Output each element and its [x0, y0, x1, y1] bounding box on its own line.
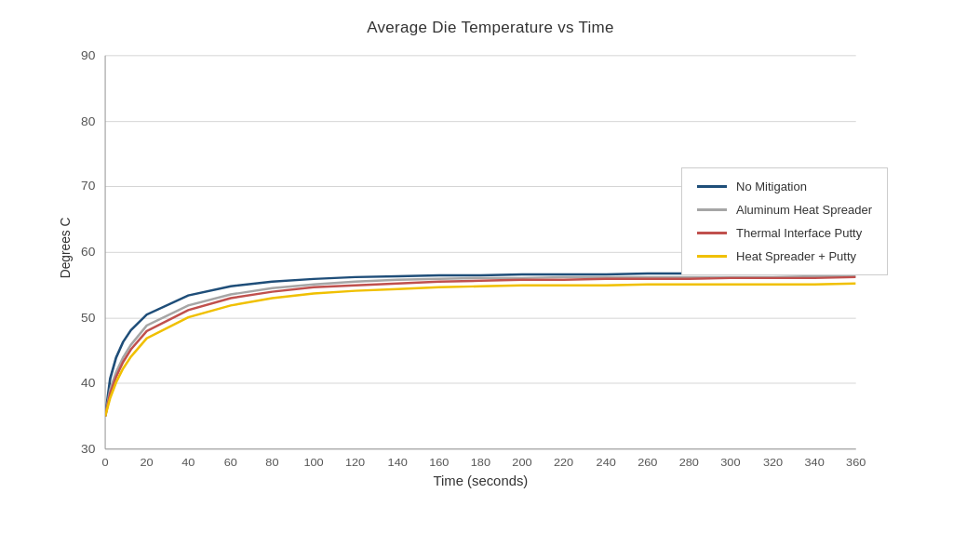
- aluminum-heat-spreader-curve: [105, 276, 856, 417]
- legend-box: No Mitigation Aluminum Heat Spreader The…: [681, 167, 888, 275]
- legend-item-spreader-putty: Heat Spreader + Putty: [697, 249, 872, 263]
- heat-spreader-putty-curve: [105, 284, 856, 417]
- chart-container: Average Die Temperature vs Time: [0, 0, 953, 560]
- svg-text:120: 120: [345, 456, 365, 468]
- legend-line-aluminum: [697, 208, 727, 211]
- svg-text:30: 30: [81, 442, 95, 455]
- svg-text:0: 0: [102, 456, 109, 468]
- legend-line-putty: [697, 232, 727, 234]
- legend-item-putty: Thermal Interface Putty: [697, 226, 872, 240]
- svg-text:360: 360: [846, 456, 866, 468]
- svg-text:80: 80: [81, 114, 95, 127]
- chart-title: Average Die Temperature vs Time: [56, 19, 925, 37]
- legend-line-no-mitigation: [697, 185, 727, 188]
- svg-text:260: 260: [638, 456, 657, 468]
- legend-item-no-mitigation: No Mitigation: [697, 180, 872, 193]
- svg-text:320: 320: [763, 456, 783, 468]
- svg-text:90: 90: [81, 48, 95, 61]
- svg-text:60: 60: [224, 456, 237, 468]
- legend-label-putty: Thermal Interface Putty: [736, 226, 862, 240]
- svg-text:280: 280: [679, 456, 699, 468]
- svg-text:20: 20: [141, 456, 154, 468]
- svg-text:Time (seconds): Time (seconds): [434, 474, 529, 488]
- svg-text:300: 300: [720, 456, 740, 468]
- svg-text:240: 240: [597, 456, 616, 468]
- chart-area: 30 40 50 60 70 80 90 0 20 40 60 80 100 1…: [56, 47, 925, 495]
- svg-text:80: 80: [265, 456, 278, 468]
- svg-text:Degrees C: Degrees C: [57, 218, 73, 279]
- svg-text:180: 180: [471, 456, 490, 468]
- svg-text:160: 160: [429, 456, 449, 468]
- svg-text:140: 140: [388, 456, 408, 468]
- svg-text:60: 60: [81, 246, 95, 259]
- svg-text:70: 70: [81, 180, 95, 193]
- svg-text:100: 100: [303, 456, 323, 468]
- legend-label-aluminum: Aluminum Heat Spreader: [736, 203, 872, 217]
- svg-text:200: 200: [512, 456, 531, 468]
- legend-item-aluminum: Aluminum Heat Spreader: [697, 203, 872, 217]
- svg-text:50: 50: [81, 312, 95, 325]
- svg-text:220: 220: [554, 456, 573, 468]
- svg-text:340: 340: [805, 456, 825, 468]
- no-mitigation-curve: [105, 273, 856, 416]
- legend-label-spreader-putty: Heat Spreader + Putty: [736, 249, 856, 263]
- legend-label-no-mitigation: No Mitigation: [736, 180, 807, 193]
- svg-text:40: 40: [81, 376, 95, 389]
- svg-text:40: 40: [181, 456, 195, 468]
- legend-line-spreader-putty: [697, 255, 727, 258]
